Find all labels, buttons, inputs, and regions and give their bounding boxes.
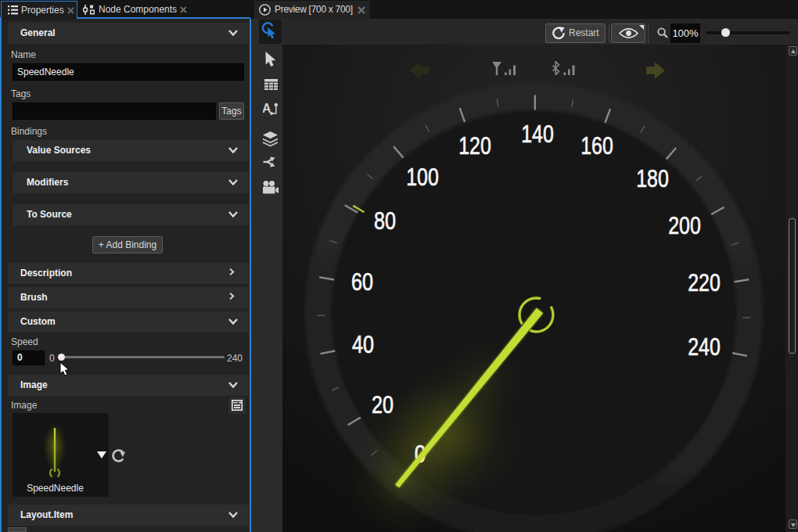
svg-text:60: 60 [351, 268, 373, 296]
svg-text:100: 100 [406, 164, 439, 191]
svg-text:20: 20 [372, 391, 394, 419]
svg-text:200: 200 [668, 212, 701, 239]
svg-text:120: 120 [458, 132, 491, 160]
svg-text:180: 180 [636, 165, 669, 192]
svg-text:140: 140 [521, 120, 554, 148]
svg-text:40: 40 [352, 331, 374, 358]
svg-text:160: 160 [581, 132, 613, 160]
svg-text:80: 80 [374, 207, 396, 235]
svg-text:220: 220 [688, 269, 721, 297]
svg-text:240: 240 [688, 333, 721, 361]
